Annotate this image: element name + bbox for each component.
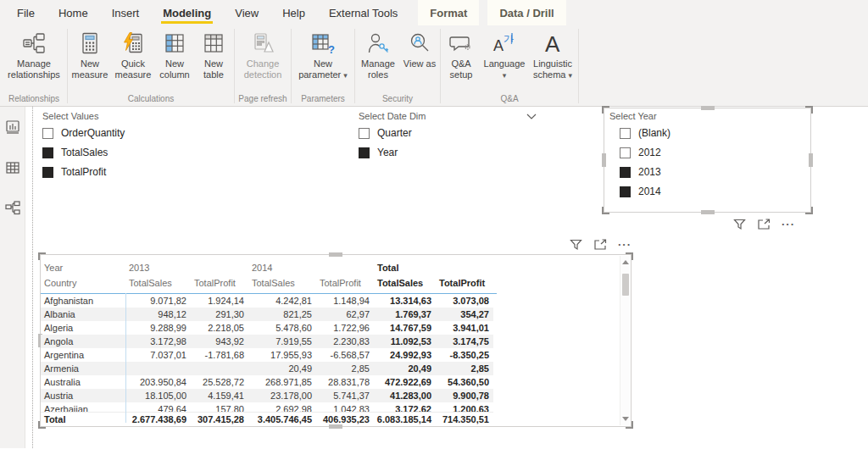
language-button[interactable]: A 가 Language▾ [481,28,528,80]
slicer-item-quarter[interactable]: Quarter [359,127,537,139]
slicer-select-year[interactable]: Select Year (Blank)201220132014 [604,108,811,213]
table-row[interactable]: Armenia20,492,8520,492,85 [41,362,493,375]
focus-mode-icon[interactable] [593,239,607,251]
row-header: Albania [41,309,125,319]
column-header[interactable]: Country [41,278,125,288]
more-options-icon[interactable]: ··· [618,241,632,249]
table-row[interactable]: Australia203.950,8425.528,72268.971,8528… [41,375,493,389]
value-cell: 13.314,63 [374,296,436,306]
selection-handle[interactable] [602,106,609,114]
view-as-button[interactable]: View as [400,28,439,69]
total-cell: 6.083.185,14 [374,414,436,424]
selection-handle[interactable] [701,106,715,110]
slicer-item-totalprofit[interactable]: TotalProfit [42,166,246,178]
selection-handle[interactable] [805,106,813,114]
table-row[interactable]: Austria18.105,004.159,4123.178,005.741,3… [41,389,493,402]
new-measure-button[interactable]: New measure [69,28,111,80]
slicer-item--blank-[interactable]: (Blank) [620,127,670,139]
checkbox-checked[interactable] [620,167,631,178]
tab-data-drill[interactable]: Data / Drill [487,0,565,25]
value-cell: -8.350,25 [436,350,493,360]
column-header[interactable]: 2014 [248,263,374,273]
focus-mode-icon[interactable] [757,219,771,230]
column-header[interactable]: TotalSales [125,278,191,288]
checkbox-unchecked[interactable] [620,128,631,139]
tab-view[interactable]: View [223,0,270,25]
matrix-visual[interactable]: Year 2013 2014 Total Country TotalSales … [40,254,632,427]
manage-relationships-button[interactable]: Manage relationships [2,28,66,80]
slicer-item-year[interactable]: Year [359,147,537,158]
column-header[interactable]: Year [41,263,125,273]
table-row[interactable]: Afghanistan9.071,821.924,144.242,811.148… [41,294,493,308]
report-view-icon[interactable] [4,119,21,136]
tab-format[interactable]: Format [418,0,479,25]
slicer-select-values[interactable]: Select Values OrderQuantityTotalSalesTot… [42,111,246,186]
slicer-item-2014[interactable]: 2014 [620,186,670,197]
report-canvas[interactable]: Select Values OrderQuantityTotalSalesTot… [25,107,868,448]
new-parameter-button[interactable]: ? New parameter ▾ [292,28,353,80]
column-header[interactable]: TotalSales [248,278,316,288]
ribbon-group-parameters: ? New parameter ▾ Parameters [292,25,353,107]
checkbox-checked[interactable] [42,147,53,158]
page-boundary [32,107,33,448]
checkbox-checked[interactable] [620,186,631,197]
table-row[interactable]: Azerbaijan479,64157,802.692,981.042,833.… [41,402,493,412]
checkbox-unchecked[interactable] [620,147,631,158]
chevron-down-icon[interactable] [526,111,537,121]
column-header[interactable]: TotalProfit [436,278,493,288]
selection-handle[interactable] [602,207,609,214]
slicer-items: (Blank)201220132014 [609,127,670,197]
column-header[interactable]: TotalProfit [191,278,248,288]
tab-home[interactable]: Home [47,0,100,25]
selection-handle[interactable] [805,207,813,214]
qa-setup-button[interactable]: Q&A setup [442,28,481,80]
filter-icon[interactable] [570,239,582,251]
linguistic-schema-button[interactable]: A Linguistic schema ▾ [528,28,577,80]
checkbox-checked[interactable] [359,147,370,158]
slicer-items: OrderQuantityTotalSalesTotalProfit [42,127,246,178]
table-row[interactable]: Argentina7.037,01-1.781,6817.955,93-6.56… [41,348,493,362]
slicer-select-date-dim[interactable]: Select Date Dim QuarterYear [359,111,537,166]
value-cell: 28.831,78 [316,377,374,387]
checkbox-unchecked[interactable] [42,128,53,139]
tab-file[interactable]: File [5,0,47,25]
slicer-items: QuarterYear [359,127,537,158]
model-view-icon[interactable] [4,200,21,217]
quick-measure-button[interactable]: Quick measure [111,28,155,80]
slicer-item-label: TotalSales [61,147,108,158]
slicer-item-2012[interactable]: 2012 [620,147,670,158]
tab-insert[interactable]: Insert [100,0,152,25]
button-label: Quick measure [114,58,153,80]
new-column-button[interactable]: New column [155,28,194,80]
checkbox-unchecked[interactable] [359,128,370,139]
table-row[interactable]: Algeria9.288,992.218,055.478,601.722,961… [41,321,493,335]
group-label-security: Security [356,92,439,107]
scroll-down-arrow[interactable] [622,417,629,421]
tab-modeling[interactable]: Modeling [151,0,223,25]
slicer-item-totalsales[interactable]: TotalSales [42,147,246,158]
visual-actions: ··· [733,219,795,230]
table-row[interactable]: Albania948,12291,30821,2562,971.769,3735… [41,308,493,321]
tab-help[interactable]: Help [270,0,317,25]
scrollbar-thumb[interactable] [622,274,629,296]
vertical-scrollbar[interactable] [620,256,630,425]
filter-icon[interactable] [733,219,746,230]
selection-handle[interactable] [701,210,715,214]
new-table-button[interactable]: New table [194,28,233,80]
selection-handle[interactable] [602,153,606,167]
column-header[interactable]: TotalSales [374,278,436,288]
data-view-icon[interactable] [4,159,21,176]
checkbox-checked[interactable] [42,167,53,178]
manage-roles-button[interactable]: Manage roles [356,28,400,80]
column-header[interactable]: TotalProfit [316,278,374,288]
slicer-item-2013[interactable]: 2013 [620,166,670,178]
scroll-up-arrow[interactable] [622,260,629,264]
slicer-item-orderquantity[interactable]: OrderQuantity [42,127,246,139]
column-header[interactable]: 2013 [125,263,248,273]
more-options-icon[interactable]: ··· [782,220,795,229]
tab-external-tools[interactable]: External Tools [317,0,409,25]
selection-handle[interactable] [809,153,813,167]
matrix-total-row[interactable]: Total 2.677.438,69 307.415,28 3.405.746,… [41,412,493,426]
table-row[interactable]: Angola3.172,98943,927.919,552.230,8311.0… [41,335,493,348]
column-header[interactable]: Total [374,263,493,273]
